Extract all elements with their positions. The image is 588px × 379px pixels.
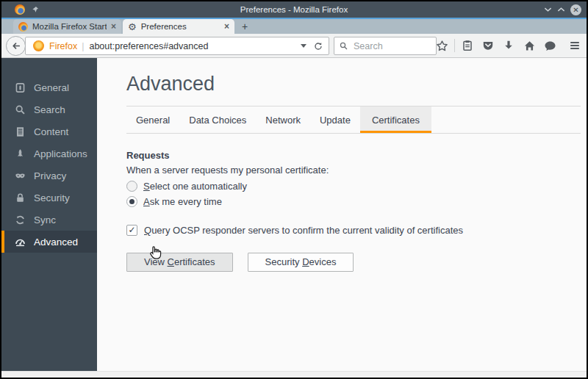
sidebar-item-label: Security: [34, 192, 70, 203]
checkbox-icon[interactable]: ✓: [126, 225, 137, 236]
window-title: Preferences - Mozilla Firefox: [1, 5, 587, 14]
close-button[interactable]: ✕: [570, 4, 581, 15]
search-icon: [339, 41, 348, 51]
requests-prompt: When a server requests my personal certi…: [126, 165, 581, 176]
sidebar-item-content[interactable]: Content: [1, 120, 97, 142]
search-icon: [15, 104, 26, 115]
window-controls: ✕: [544, 1, 581, 18]
sidebar-item-label: Sync: [34, 214, 56, 225]
url-dropdown-caret-icon[interactable]: [301, 44, 306, 48]
toolbar-icons: [434, 34, 583, 57]
toolbar-separator: [454, 39, 455, 52]
preferences-body: General Search Content Applications Priv…: [1, 58, 587, 371]
status-strip: [1, 371, 587, 378]
radio-ask-me-every-time[interactable]: Ask me every time: [126, 195, 581, 209]
new-tab-button[interactable]: +: [234, 19, 255, 34]
preferences-content: Advanced General Data Choices Network Up…: [97, 58, 587, 371]
bookmarks-menu-icon[interactable]: [459, 37, 476, 54]
bookmark-star-icon[interactable]: [434, 37, 450, 54]
sidebar-item-advanced[interactable]: Advanced: [1, 231, 97, 253]
view-certificates-button[interactable]: View Certificates: [126, 253, 233, 272]
identity-brand-label: Firefox: [49, 41, 77, 51]
rocket-icon: [15, 148, 26, 159]
reload-icon[interactable]: [312, 40, 324, 52]
gauge-icon: [15, 237, 26, 248]
subtab-network[interactable]: Network: [256, 107, 310, 133]
gear-icon: ⚙: [128, 22, 137, 32]
radio-button-icon[interactable]: [126, 181, 137, 192]
tab-close-icon[interactable]: ×: [224, 22, 229, 31]
identity-firefox-icon[interactable]: [33, 40, 44, 51]
general-icon: [15, 82, 26, 93]
tab-preferences[interactable]: ⚙ Preferences ×: [123, 19, 234, 34]
sidebar-item-label: General: [34, 82, 69, 93]
search-box[interactable]: [334, 37, 437, 55]
lock-icon: [15, 192, 26, 203]
firefox-window: Preferences - Mozilla Firefox ✕ Mozilla …: [0, 0, 588, 379]
downloads-icon[interactable]: [501, 37, 517, 54]
sync-icon: [15, 214, 26, 225]
checkbox-label: Query OCSP responder servers to confirm …: [144, 225, 463, 236]
minimize-button[interactable]: [544, 7, 552, 12]
titlebar[interactable]: Preferences - Mozilla Firefox ✕: [1, 1, 587, 18]
firefox-logo-icon: [15, 4, 25, 15]
titlebar-left: [15, 4, 39, 15]
radio-select-one-automatically[interactable]: Select one automatically: [126, 179, 581, 194]
subtab-update[interactable]: Update: [310, 107, 360, 133]
sidebar-item-label: Privacy: [34, 170, 66, 181]
sidebar-item-privacy[interactable]: Privacy: [1, 165, 97, 187]
sidebar-item-search[interactable]: Search: [1, 98, 97, 120]
advanced-subtabs: General Data Choices Network Update Cert…: [126, 106, 581, 134]
requests-heading: Requests: [126, 150, 581, 161]
url-bar[interactable]: Firefox | about:preferences#advanced: [25, 37, 329, 55]
sidebar-item-sync[interactable]: Sync: [1, 209, 97, 231]
tab-close-icon[interactable]: ×: [111, 22, 116, 31]
tab-label: Preferences: [141, 22, 220, 31]
navigation-toolbar: Firefox | about:preferences#advanced: [1, 34, 587, 58]
pin-icon: [32, 6, 39, 13]
sidebar-item-label: Search: [34, 104, 65, 115]
subtab-data-choices[interactable]: Data Choices: [179, 107, 256, 133]
security-devices-button[interactable]: Security Devices: [248, 253, 354, 272]
home-icon[interactable]: [521, 37, 537, 54]
sidebar-item-applications[interactable]: Applications: [1, 142, 97, 165]
preferences-sidebar: General Search Content Applications Priv…: [1, 58, 97, 371]
back-button[interactable]: [6, 36, 26, 56]
subtab-general[interactable]: General: [126, 107, 179, 133]
firefox-favicon: [18, 22, 28, 32]
mask-icon: [15, 170, 26, 181]
document-icon: [15, 126, 26, 137]
subtab-certificates[interactable]: Certificates: [360, 107, 431, 133]
search-input[interactable]: [352, 40, 431, 52]
sidebar-item-label: Content: [34, 126, 68, 137]
sidebar-item-general[interactable]: General: [1, 76, 97, 98]
certificate-buttons: View Certificates Security Devices: [126, 253, 581, 272]
requests-section: Requests When a server requests my perso…: [126, 150, 581, 272]
radio-button-icon[interactable]: [126, 196, 137, 207]
checkbox-query-ocsp[interactable]: ✓ Query OCSP responder servers to confir…: [126, 225, 581, 236]
tab-firefox-start-page[interactable]: Mozilla Firefox Start ... ×: [13, 19, 121, 34]
hello-chat-icon[interactable]: [542, 37, 558, 54]
sidebar-item-label: Advanced: [34, 237, 78, 248]
tab-label: Mozilla Firefox Start ...: [32, 22, 107, 31]
browser-tabbar: Mozilla Firefox Start ... × ⚙ Preference…: [1, 19, 587, 34]
sidebar-item-label: Applications: [34, 148, 87, 159]
identity-separator: |: [82, 41, 84, 51]
maximize-button[interactable]: [557, 7, 565, 12]
page-title: Advanced: [126, 73, 581, 95]
pocket-icon[interactable]: [480, 37, 496, 54]
window-frame: Preferences - Mozilla Firefox ✕ Mozilla …: [1, 1, 587, 378]
radio-label: Ask me every time: [143, 196, 222, 207]
radio-label: Select one automatically: [143, 181, 247, 192]
sidebar-item-security[interactable]: Security: [1, 187, 97, 209]
url-text[interactable]: about:preferences#advanced: [89, 41, 298, 51]
menu-hamburger-icon[interactable]: [567, 37, 583, 54]
